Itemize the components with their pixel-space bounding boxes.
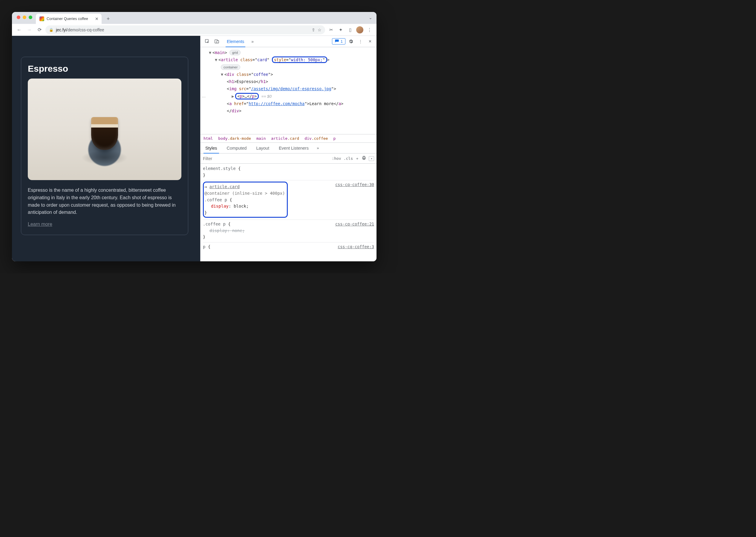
crumb-html[interactable]: html xyxy=(203,136,213,141)
issues-badge[interactable]: 1 xyxy=(332,38,345,45)
crumb-div[interactable]: div.coffee xyxy=(304,136,328,141)
browser-menu-button[interactable]: ⋮ xyxy=(365,26,374,34)
back-button[interactable]: ← xyxy=(15,26,23,34)
computed-tab[interactable]: Computed xyxy=(222,143,251,153)
crumb-body[interactable]: body.dark-mode xyxy=(218,136,251,141)
print-icon[interactable] xyxy=(362,156,366,161)
svg-rect-2 xyxy=(217,41,218,43)
devtools-panel: Elements » 1 ⋮ ✕ ▼<main> grid ▼<article … xyxy=(200,36,377,261)
container-badge[interactable]: container xyxy=(221,64,240,70)
container-query-rule[interactable]: css-cq-coffee:30 → article.card @contain… xyxy=(203,181,374,220)
container-query-highlight: → article.card @container (inline-size >… xyxy=(203,182,288,218)
settings-button[interactable] xyxy=(347,37,355,46)
styles-pane-tabs: Styles Computed Layout Event Listeners » xyxy=(200,143,377,153)
espresso-image xyxy=(28,79,181,180)
device-toolbar-button[interactable] xyxy=(212,37,221,46)
panel-toggle-button[interactable]: ◂ xyxy=(369,156,374,161)
card-title: Espresso xyxy=(28,63,181,74)
card-description: Espresso is the name of a highly concent… xyxy=(28,187,181,216)
url-host: jec.fyi xyxy=(56,27,67,32)
hov-toggle[interactable]: :hov xyxy=(332,156,341,161)
new-rule-button[interactable]: ＋ xyxy=(355,156,359,161)
style-rules[interactable]: element.style { } css-cq-coffee:30 → art… xyxy=(200,164,377,261)
coffee-card: Espresso Espresso is the name of a highl… xyxy=(21,57,188,235)
bookmark-icon[interactable]: ☆ xyxy=(318,27,322,32)
tab-strip: Container Queries coffee ✕ + ⌄ xyxy=(12,12,377,24)
element-style-rule[interactable]: element.style { } xyxy=(203,165,374,181)
address-bar[interactable]: 🔒 jec.fyi/demo/css-cq-coffee ⇧ ☆ xyxy=(45,25,325,34)
forward-button[interactable]: → xyxy=(25,26,33,34)
profile-avatar[interactable] xyxy=(356,26,364,34)
browser-window: Container Queries coffee ✕ + ⌄ ← → ⟳ 🔒 j… xyxy=(12,12,377,261)
layout-tab[interactable]: Layout xyxy=(251,143,274,153)
crumb-article[interactable]: article.card xyxy=(271,136,299,141)
toolbar: ← → ⟳ 🔒 jec.fyi/demo/css-cq-coffee ⇧ ☆ ✂… xyxy=(12,24,377,36)
devtools-toolbar: Elements » 1 ⋮ ✕ xyxy=(200,36,377,47)
event-listeners-tab[interactable]: Event Listeners xyxy=(274,143,313,153)
source-link[interactable]: css-cq-coffee:30 xyxy=(335,182,374,188)
extensions-button[interactable]: ✦ xyxy=(336,26,345,34)
elements-tab[interactable]: Elements xyxy=(223,36,248,47)
style-attr-highlight: style="width: 500px;" xyxy=(272,57,327,63)
window-controls xyxy=(17,16,32,19)
more-styles-tabs[interactable]: » xyxy=(313,143,323,153)
crumb-main[interactable]: main xyxy=(256,136,266,141)
dom-tree[interactable]: ▼<main> grid ▼<article class="card" styl… xyxy=(200,47,377,134)
browser-tab[interactable]: Container Queries coffee ✕ xyxy=(36,14,102,24)
devtools-menu-button[interactable]: ⋮ xyxy=(356,37,365,46)
crumb-p[interactable]: p xyxy=(333,136,335,141)
close-devtools-button[interactable]: ✕ xyxy=(366,37,374,46)
inspect-element-button[interactable] xyxy=(203,37,211,46)
more-tabs-button[interactable]: » xyxy=(248,36,257,47)
cls-toggle[interactable]: .cls xyxy=(344,156,353,161)
close-window-button[interactable] xyxy=(17,16,20,19)
img-src-link[interactable]: /assets/img/demo/cof-espresso.jpg xyxy=(251,86,331,91)
scissors-extension-icon[interactable]: ✂ xyxy=(327,26,335,34)
share-icon[interactable]: ⇧ xyxy=(312,27,315,32)
source-link[interactable]: css-cq-coffee:21 xyxy=(335,221,374,227)
favicon-icon xyxy=(39,17,44,21)
styles-filter-input[interactable] xyxy=(203,156,332,161)
lock-icon: 🔒 xyxy=(49,28,54,32)
reload-button[interactable]: ⟳ xyxy=(35,26,44,34)
fullscreen-window-button[interactable] xyxy=(29,16,32,19)
coffee-p-rule[interactable]: css-cq-coffee:21 .coffee p { display: no… xyxy=(203,221,374,242)
grid-badge[interactable]: grid xyxy=(230,50,241,55)
tab-title: Container Queries coffee xyxy=(47,17,88,21)
extension-area: ✂ ✦ ▯ ⋮ xyxy=(327,26,374,34)
learn-more-link[interactable]: Learn more xyxy=(28,222,52,227)
styles-tab[interactable]: Styles xyxy=(200,143,222,153)
source-link[interactable]: css-cq-coffee:3 xyxy=(338,244,374,250)
anchor-href-link[interactable]: http://coffee.com/mocha xyxy=(248,101,304,106)
selected-dom-node[interactable]: ▶<p>…</p> == $0 xyxy=(202,93,375,100)
url-path: /demo/css-cq-coffee xyxy=(67,27,104,32)
svg-rect-4 xyxy=(363,156,365,157)
page-viewport: Espresso Espresso is the name of a highl… xyxy=(12,36,200,261)
sidepanel-button[interactable]: ▯ xyxy=(346,26,354,34)
styles-filter-row: :hov .cls ＋ ◂ xyxy=(200,153,377,164)
p-rule[interactable]: css-cq-coffee:3 p { xyxy=(203,243,374,252)
new-tab-button[interactable]: + xyxy=(104,15,112,23)
tab-overflow-button[interactable]: ⌄ xyxy=(369,15,372,20)
close-tab-button[interactable]: ✕ xyxy=(95,17,99,21)
dom-breadcrumb[interactable]: html body.dark-mode main article.card di… xyxy=(200,134,377,143)
minimize-window-button[interactable] xyxy=(23,16,26,19)
